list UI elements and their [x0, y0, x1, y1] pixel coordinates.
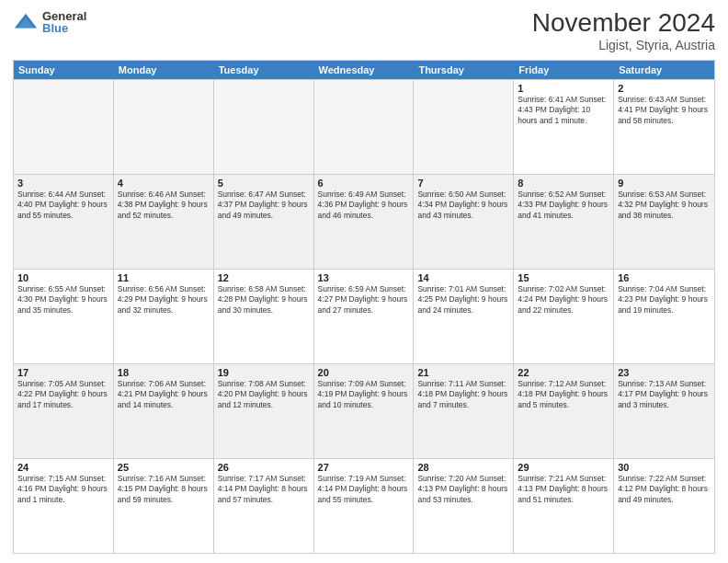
day-number: 26	[218, 462, 310, 473]
day-info: Sunrise: 7:16 AM Sunset: 4:15 PM Dayligh…	[118, 474, 210, 505]
day-number: 5	[218, 178, 310, 189]
calendar-cell	[114, 80, 214, 174]
calendar-cell: 6Sunrise: 6:49 AM Sunset: 4:36 PM Daylig…	[314, 175, 415, 269]
logo-blue: Blue	[42, 22, 86, 34]
day-info: Sunrise: 6:59 AM Sunset: 4:27 PM Dayligh…	[318, 284, 410, 316]
calendar-cell: 12Sunrise: 6:58 AM Sunset: 4:28 PM Dayli…	[214, 270, 314, 363]
day-info: Sunrise: 7:09 AM Sunset: 4:19 PM Dayligh…	[318, 379, 410, 410]
day-info: Sunrise: 6:50 AM Sunset: 4:34 PM Dayligh…	[417, 190, 509, 221]
calendar-cell: 24Sunrise: 7:15 AM Sunset: 4:16 PM Dayli…	[14, 459, 114, 553]
day-number: 23	[618, 367, 711, 378]
day-info: Sunrise: 7:15 AM Sunset: 4:16 PM Dayligh…	[17, 474, 109, 505]
day-info: Sunrise: 7:20 AM Sunset: 4:13 PM Dayligh…	[417, 474, 509, 505]
day-info: Sunrise: 7:21 AM Sunset: 4:13 PM Dayligh…	[518, 474, 609, 505]
logo-icon	[13, 9, 39, 35]
calendar-cell: 28Sunrise: 7:20 AM Sunset: 4:13 PM Dayli…	[414, 459, 514, 553]
header-day-thursday: Thursday	[414, 61, 514, 79]
day-number: 13	[318, 272, 410, 283]
day-number: 11	[118, 272, 210, 283]
calendar-cell: 29Sunrise: 7:21 AM Sunset: 4:13 PM Dayli…	[514, 459, 614, 553]
calendar-cell: 20Sunrise: 7:09 AM Sunset: 4:19 PM Dayli…	[314, 364, 415, 458]
calendar-cell: 2Sunrise: 6:43 AM Sunset: 4:41 PM Daylig…	[614, 80, 714, 174]
calendar-cell: 13Sunrise: 6:59 AM Sunset: 4:27 PM Dayli…	[314, 270, 415, 363]
day-number: 29	[518, 462, 609, 473]
day-info: Sunrise: 7:06 AM Sunset: 4:21 PM Dayligh…	[118, 379, 210, 410]
calendar-cell: 7Sunrise: 6:50 AM Sunset: 4:34 PM Daylig…	[414, 175, 514, 269]
calendar-row-1: 3Sunrise: 6:44 AM Sunset: 4:40 PM Daylig…	[14, 174, 714, 269]
day-info: Sunrise: 7:22 AM Sunset: 4:12 PM Dayligh…	[618, 474, 711, 505]
day-info: Sunrise: 6:46 AM Sunset: 4:38 PM Dayligh…	[118, 190, 210, 221]
calendar-row-3: 17Sunrise: 7:05 AM Sunset: 4:22 PM Dayli…	[14, 363, 714, 458]
calendar-body: 1Sunrise: 6:41 AM Sunset: 4:43 PM Daylig…	[14, 79, 714, 553]
day-info: Sunrise: 6:47 AM Sunset: 4:37 PM Dayligh…	[218, 190, 310, 221]
header-day-wednesday: Wednesday	[314, 61, 415, 79]
day-number: 25	[118, 462, 210, 473]
calendar-cell: 3Sunrise: 6:44 AM Sunset: 4:40 PM Daylig…	[14, 175, 114, 269]
calendar-cell: 17Sunrise: 7:05 AM Sunset: 4:22 PM Dayli…	[14, 364, 114, 458]
calendar-cell: 1Sunrise: 6:41 AM Sunset: 4:43 PM Daylig…	[514, 80, 614, 174]
logo-text: General Blue	[42, 10, 86, 34]
day-number: 14	[417, 272, 509, 283]
calendar-cell: 9Sunrise: 6:53 AM Sunset: 4:32 PM Daylig…	[614, 175, 714, 269]
page-subtitle: Ligist, Styria, Austria	[532, 38, 715, 52]
calendar-cell	[214, 80, 314, 174]
day-info: Sunrise: 7:08 AM Sunset: 4:20 PM Dayligh…	[218, 379, 310, 410]
day-number: 15	[518, 272, 609, 283]
calendar-cell: 23Sunrise: 7:13 AM Sunset: 4:17 PM Dayli…	[614, 364, 714, 458]
day-number: 12	[218, 272, 310, 283]
day-info: Sunrise: 6:49 AM Sunset: 4:36 PM Dayligh…	[318, 190, 410, 221]
day-info: Sunrise: 6:43 AM Sunset: 4:41 PM Dayligh…	[618, 95, 711, 126]
day-info: Sunrise: 7:11 AM Sunset: 4:18 PM Dayligh…	[417, 379, 509, 410]
day-number: 2	[618, 83, 711, 94]
day-number: 27	[318, 462, 410, 473]
day-number: 6	[318, 178, 410, 189]
day-info: Sunrise: 6:52 AM Sunset: 4:33 PM Dayligh…	[518, 190, 609, 221]
day-number: 24	[17, 462, 109, 473]
day-number: 22	[518, 367, 609, 378]
day-number: 16	[618, 272, 711, 283]
calendar-cell: 18Sunrise: 7:06 AM Sunset: 4:21 PM Dayli…	[114, 364, 214, 458]
day-number: 3	[17, 178, 109, 189]
day-info: Sunrise: 7:19 AM Sunset: 4:14 PM Dayligh…	[318, 474, 410, 505]
calendar-cell: 19Sunrise: 7:08 AM Sunset: 4:20 PM Dayli…	[214, 364, 314, 458]
header-day-tuesday: Tuesday	[214, 61, 314, 79]
calendar-cell: 11Sunrise: 6:56 AM Sunset: 4:29 PM Dayli…	[114, 270, 214, 363]
calendar-cell: 14Sunrise: 7:01 AM Sunset: 4:25 PM Dayli…	[414, 270, 514, 363]
calendar-cell: 4Sunrise: 6:46 AM Sunset: 4:38 PM Daylig…	[114, 175, 214, 269]
page: General Blue November 2024 Ligist, Styri…	[0, 0, 728, 563]
day-number: 7	[417, 178, 509, 189]
logo: General Blue	[13, 9, 86, 35]
calendar-cell: 10Sunrise: 6:55 AM Sunset: 4:30 PM Dayli…	[14, 270, 114, 363]
day-number: 21	[417, 367, 509, 378]
calendar-cell	[314, 80, 415, 174]
day-number: 28	[417, 462, 509, 473]
day-number: 30	[618, 462, 711, 473]
header-day-monday: Monday	[114, 61, 214, 79]
day-info: Sunrise: 6:56 AM Sunset: 4:29 PM Dayligh…	[118, 284, 210, 316]
day-info: Sunrise: 7:01 AM Sunset: 4:25 PM Dayligh…	[417, 284, 509, 316]
day-number: 19	[218, 367, 310, 378]
day-info: Sunrise: 7:12 AM Sunset: 4:18 PM Dayligh…	[518, 379, 609, 410]
calendar-cell: 16Sunrise: 7:04 AM Sunset: 4:23 PM Dayli…	[614, 270, 714, 363]
calendar-cell: 26Sunrise: 7:17 AM Sunset: 4:14 PM Dayli…	[214, 459, 314, 553]
day-info: Sunrise: 6:55 AM Sunset: 4:30 PM Dayligh…	[17, 284, 109, 316]
calendar-cell: 22Sunrise: 7:12 AM Sunset: 4:18 PM Dayli…	[514, 364, 614, 458]
day-info: Sunrise: 7:05 AM Sunset: 4:22 PM Dayligh…	[17, 379, 109, 410]
header-day-friday: Friday	[514, 61, 614, 79]
day-number: 10	[17, 272, 109, 283]
day-number: 17	[17, 367, 109, 378]
header: General Blue November 2024 Ligist, Styri…	[13, 9, 715, 52]
day-info: Sunrise: 7:04 AM Sunset: 4:23 PM Dayligh…	[618, 284, 711, 316]
day-number: 18	[118, 367, 210, 378]
calendar-header: SundayMondayTuesdayWednesdayThursdayFrid…	[14, 61, 714, 79]
calendar-cell	[14, 80, 114, 174]
day-info: Sunrise: 6:58 AM Sunset: 4:28 PM Dayligh…	[218, 284, 310, 316]
calendar-cell: 30Sunrise: 7:22 AM Sunset: 4:12 PM Dayli…	[614, 459, 714, 553]
calendar-cell: 25Sunrise: 7:16 AM Sunset: 4:15 PM Dayli…	[114, 459, 214, 553]
calendar-row-0: 1Sunrise: 6:41 AM Sunset: 4:43 PM Daylig…	[14, 79, 714, 174]
day-info: Sunrise: 6:53 AM Sunset: 4:32 PM Dayligh…	[618, 190, 711, 221]
title-block: November 2024 Ligist, Styria, Austria	[532, 9, 715, 52]
header-day-saturday: Saturday	[614, 61, 714, 79]
calendar-row-4: 24Sunrise: 7:15 AM Sunset: 4:16 PM Dayli…	[14, 458, 714, 553]
calendar-cell: 15Sunrise: 7:02 AM Sunset: 4:24 PM Dayli…	[514, 270, 614, 363]
